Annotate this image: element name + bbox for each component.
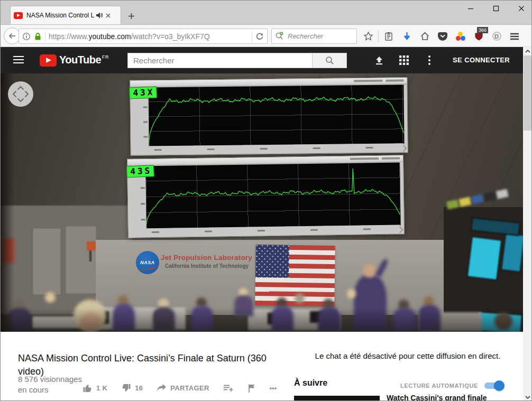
firefox-search-bar[interactable] — [271, 29, 357, 44]
like-button[interactable]: 1 K — [82, 383, 107, 393]
search-engine-icon[interactable] — [275, 32, 284, 41]
tab-close-icon[interactable] — [105, 12, 112, 19]
telemetry-monitor-top: 43X — [130, 77, 408, 155]
video-info-panel: NASA Mission Control Live: Cassini’s Fin… — [1, 332, 523, 401]
signal-trace — [148, 85, 404, 146]
next-video-title[interactable]: Watch Cassini's grand finale — [387, 393, 513, 401]
menu-hamburger-icon[interactable] — [506, 27, 524, 45]
youtube-header: YouTube FR SE CONNECTER — [1, 47, 523, 73]
autoplay-toggle[interactable] — [484, 380, 503, 391]
autoplay-label: LECTURE AUTOMATIQUE — [400, 383, 478, 389]
window-titlebar: NASA Mission Control Li — [1, 1, 531, 24]
pan-360-control[interactable] — [8, 81, 33, 107]
extension-dots-icon[interactable] — [452, 27, 470, 45]
share-button[interactable]: PARTAGER — [157, 384, 209, 393]
youtube-play-icon — [40, 54, 57, 67]
d-extension-icon[interactable]: D — [488, 27, 506, 45]
adblock-shield-icon[interactable]: 366 — [470, 27, 488, 45]
youtube-search-box[interactable] — [127, 53, 313, 68]
antenna-label-43x: 43X — [129, 87, 157, 99]
new-tab-button[interactable] — [125, 10, 137, 22]
search-input[interactable] — [287, 32, 345, 41]
tab-title: NASA Mission Control Li — [26, 12, 94, 19]
youtube-favicon-icon — [14, 12, 23, 19]
upload-icon[interactable] — [373, 55, 385, 66]
chat-disabled-notice: Le chat a été désactivé pour cette diffu… — [294, 351, 521, 360]
youtube-search-input[interactable] — [128, 53, 312, 68]
view-count: 8 576 visionnages en cours — [18, 374, 82, 395]
browser-window: NASA Mission Control Li — [0, 0, 532, 401]
scroll-down-button[interactable] — [523, 393, 532, 401]
bookmark-star-icon[interactable] — [359, 27, 377, 45]
signal-trace — [145, 162, 401, 229]
youtube-menu-icon[interactable] — [13, 56, 24, 63]
browser-tab[interactable]: NASA Mission Control Li — [10, 6, 121, 24]
reload-button[interactable] — [252, 29, 267, 43]
maximize-button[interactable] — [490, 3, 502, 14]
close-button[interactable] — [516, 3, 527, 14]
up-next-label: À suivre — [294, 378, 327, 388]
https-lock-icon[interactable] — [34, 29, 45, 43]
scrollbar-thumb[interactable] — [524, 55, 532, 130]
sign-in-button[interactable]: SE CONNECTER — [453, 56, 510, 64]
youtube-logo[interactable]: YouTube FR — [40, 54, 109, 67]
pocket-icon[interactable] — [434, 27, 452, 45]
scroll-up-button[interactable] — [523, 47, 532, 55]
page-info-icon[interactable] — [19, 29, 34, 43]
youtube-region-label: FR — [102, 54, 109, 60]
bookmarks-menu-icon[interactable] — [380, 27, 398, 45]
url-text[interactable]: https://www.youtube.com/watch?v=o3_byIkX… — [45, 32, 252, 41]
home-icon[interactable] — [416, 27, 434, 45]
adblock-count-badge: 366 — [477, 27, 488, 33]
minimize-button[interactable] — [465, 3, 476, 14]
telemetry-monitor-bottom: 43S — [127, 155, 405, 238]
tab-audio-icon[interactable] — [96, 12, 103, 19]
next-video-thumbnail[interactable] — [294, 396, 380, 401]
youtube-search-button[interactable] — [313, 53, 347, 68]
browser-toolbar: https://www.youtube.com/watch?v=o3_byIkX… — [1, 24, 531, 47]
video-actions: 1 K 16 PARTAGER ••• — [82, 383, 290, 393]
dislike-button[interactable]: 16 — [121, 383, 143, 393]
kebab-menu-icon[interactable] — [424, 55, 435, 66]
add-to-playlist-button[interactable] — [223, 384, 234, 393]
more-actions-button[interactable]: ••• — [270, 385, 277, 392]
url-input[interactable]: https://www.youtube.com/watch?v=o3_byIkX… — [19, 29, 268, 44]
video-player[interactable]: NASA Jet Propulsion Laboratory Californi… — [1, 73, 523, 332]
downloads-icon[interactable] — [398, 27, 416, 45]
antenna-label-43s: 43S — [126, 165, 154, 178]
page-scrollbar[interactable] — [523, 47, 532, 401]
autoplay-row: LECTURE AUTOMATIQUE — [400, 380, 503, 391]
apps-grid-icon[interactable] — [398, 55, 410, 66]
report-flag-button[interactable] — [247, 384, 256, 393]
